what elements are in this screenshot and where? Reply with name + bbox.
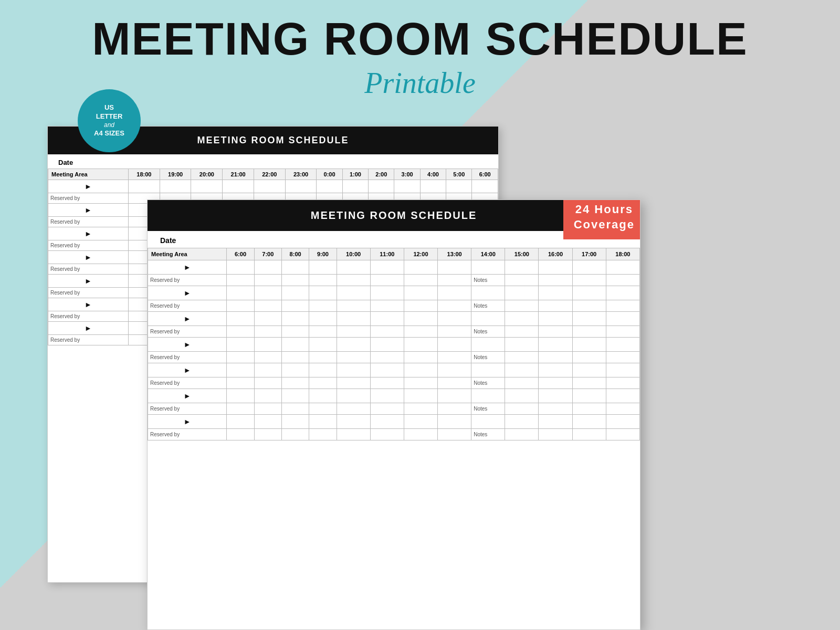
front-notes-cell: Notes xyxy=(471,429,505,440)
back-col-0: 0:00 xyxy=(317,169,342,180)
front-table-row: ► xyxy=(148,260,640,275)
front-arrow-cell: ► xyxy=(148,363,227,377)
front-arrow-cell: ► xyxy=(148,312,227,326)
back-col-23: 23:00 xyxy=(285,169,317,180)
front-col-10: 10:00 xyxy=(337,248,370,260)
front-notes-cell: Notes xyxy=(471,275,505,286)
front-notes-cell: Notes xyxy=(471,352,505,363)
front-table-row: ► xyxy=(148,338,640,352)
back-col-meeting-area: Meeting Area xyxy=(48,169,129,180)
badge-us: US xyxy=(104,103,114,112)
back-col-1: 1:00 xyxy=(342,169,368,180)
front-table-header-row: Meeting Area 6:00 7:00 8:00 9:00 10:00 1… xyxy=(148,248,640,260)
front-reserved-cell: Reserved by xyxy=(148,326,227,338)
front-arrow-cell: ► xyxy=(148,260,227,275)
front-table-row: Reserved by Notes xyxy=(148,352,640,363)
back-arrow-cell: ► xyxy=(48,275,129,288)
coverage-badge: 24 HoursCoverage xyxy=(563,200,640,239)
front-col-7: 7:00 xyxy=(254,248,281,260)
front-col-17: 17:00 xyxy=(572,248,606,260)
front-document: MEETING ROOM SCHEDULE 24 HoursCoverage D… xyxy=(147,200,640,630)
back-table-header-row: Meeting Area 18:00 19:00 20:00 21:00 22:… xyxy=(48,169,498,180)
front-table-row: Reserved by Notes xyxy=(148,377,640,389)
front-reserved-cell: Reserved by xyxy=(148,429,227,440)
front-table-row: ► xyxy=(148,389,640,403)
back-col-21: 21:00 xyxy=(223,169,254,180)
front-col-18: 18:00 xyxy=(606,248,639,260)
front-col-16: 16:00 xyxy=(539,248,572,260)
front-reserved-cell: Reserved by xyxy=(148,377,227,389)
front-table-row: Reserved by Notes xyxy=(148,326,640,338)
back-col-4: 4:00 xyxy=(420,169,446,180)
back-reserved-cell: Reserved by xyxy=(48,193,129,204)
back-arrow-cell: ► xyxy=(48,322,129,335)
front-reserved-cell: Reserved by xyxy=(148,275,227,286)
back-col-2: 2:00 xyxy=(369,169,394,180)
front-table-row: Reserved by Notes xyxy=(148,429,640,440)
front-table-row: ► xyxy=(148,312,640,326)
back-col-19: 19:00 xyxy=(160,169,191,180)
front-table-row: ► xyxy=(148,363,640,377)
front-arrow-cell: ► xyxy=(148,389,227,403)
front-col-15: 15:00 xyxy=(505,248,539,260)
back-doc-date: Date xyxy=(48,154,498,169)
front-notes-cell: Notes xyxy=(471,300,505,312)
front-notes-cell: Notes xyxy=(471,403,505,415)
front-reserved-cell: Reserved by xyxy=(148,403,227,415)
back-reserved-cell: Reserved by xyxy=(48,240,129,251)
front-table-row: Reserved by Notes xyxy=(148,403,640,415)
back-col-18: 18:00 xyxy=(129,169,160,180)
back-reserved-cell: Reserved by xyxy=(48,217,129,227)
back-col-3: 3:00 xyxy=(394,169,420,180)
front-col-meeting-area: Meeting Area xyxy=(148,248,227,260)
back-arrow-cell: ► xyxy=(48,204,129,217)
badge-and: and xyxy=(104,121,114,130)
back-arrow-cell: ► xyxy=(48,251,129,264)
back-reserved-cell: Reserved by xyxy=(48,288,129,298)
front-table-row: ► xyxy=(148,415,640,429)
back-col-22: 22:00 xyxy=(254,169,285,180)
front-col-13: 13:00 xyxy=(438,248,471,260)
front-col-12: 12:00 xyxy=(404,248,437,260)
back-col-20: 20:00 xyxy=(191,169,223,180)
front-col-6: 6:00 xyxy=(227,248,254,260)
front-table-row: Reserved by Notes xyxy=(148,300,640,312)
front-table-row: Reserved by Notes xyxy=(148,275,640,286)
back-table-row: ► xyxy=(48,180,498,193)
front-col-8: 8:00 xyxy=(281,248,309,260)
front-arrow-cell: ► xyxy=(148,286,227,300)
back-reserved-cell: Reserved by xyxy=(48,311,129,322)
front-col-11: 11:00 xyxy=(370,248,404,260)
front-reserved-cell: Reserved by xyxy=(148,352,227,363)
back-reserved-cell: Reserved by xyxy=(48,264,129,275)
badge-a4: A4 SIZES xyxy=(94,129,124,138)
front-doc-header: MEETING ROOM SCHEDULE 24 HoursCoverage xyxy=(148,200,640,231)
back-arrow-cell: ► xyxy=(48,227,129,240)
front-table-row: ► xyxy=(148,286,640,300)
front-notes-cell: Notes xyxy=(471,377,505,389)
front-col-14: 14:00 xyxy=(471,248,505,260)
front-notes-cell: Notes xyxy=(471,326,505,338)
front-reserved-cell: Reserved by xyxy=(148,300,227,312)
back-col-5: 5:00 xyxy=(446,169,472,180)
back-col-6: 6:00 xyxy=(472,169,498,180)
front-arrow-cell: ► xyxy=(148,415,227,429)
back-arrow-cell: ► xyxy=(48,180,129,193)
front-arrow-cell: ► xyxy=(148,338,227,352)
main-title: MEETING ROOM SCHEDULE xyxy=(0,0,840,62)
badge-letter: LETTER xyxy=(96,112,123,121)
back-arrow-cell: ► xyxy=(48,298,129,311)
front-schedule-table: Meeting Area 6:00 7:00 8:00 9:00 10:00 1… xyxy=(148,248,640,440)
size-badge: US LETTER and A4 SIZES xyxy=(78,89,141,152)
front-col-9: 9:00 xyxy=(309,248,337,260)
front-header-text: MEETING ROOM SCHEDULE xyxy=(311,209,477,222)
back-reserved-cell: Reserved by xyxy=(48,335,129,345)
